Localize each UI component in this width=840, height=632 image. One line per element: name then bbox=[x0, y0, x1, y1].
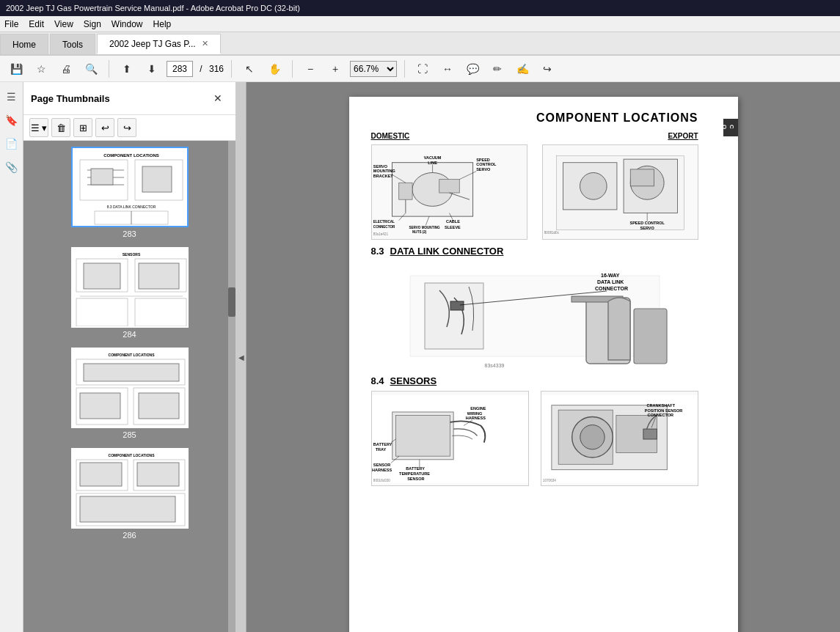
thumbnail-image-283[interactable]: COMPONENT LOCATIONS 8.3 DATA LINK CONNEC… bbox=[71, 147, 189, 227]
svg-text:BATTERY: BATTERY bbox=[406, 466, 425, 471]
section-84-heading: 8.4 SENSORS bbox=[371, 375, 716, 386]
next-page-button[interactable]: ⬇ bbox=[142, 59, 162, 79]
section-83-num: 8.3 bbox=[371, 246, 384, 257]
fit-page-button[interactable]: ⛶ bbox=[412, 59, 433, 79]
menu-help[interactable]: Help bbox=[153, 19, 172, 29]
svg-text:SLEEVE: SLEEVE bbox=[445, 225, 461, 229]
menu-file[interactable]: File bbox=[4, 19, 18, 29]
svg-text:SENSOR: SENSOR bbox=[407, 477, 424, 481]
svg-rect-110 bbox=[643, 429, 657, 439]
thumbnail-label-284: 284 bbox=[123, 330, 136, 339]
bookmark-button[interactable]: ☆ bbox=[31, 59, 51, 79]
sidebar-nav-icon[interactable]: ☰ bbox=[3, 88, 21, 106]
sidebar-scrollbar[interactable] bbox=[228, 141, 235, 632]
cursor-tool-button[interactable]: ↖ bbox=[239, 59, 260, 79]
thumbnail-image-286[interactable]: COMPONENT LOCATIONS bbox=[71, 448, 189, 529]
tab-home[interactable]: Home bbox=[0, 34, 48, 54]
domestic-label: DOMESTIC bbox=[371, 132, 410, 140]
prev-page-button[interactable]: ⬆ bbox=[117, 59, 137, 79]
thumbnail-image-284[interactable]: SENSORS bbox=[71, 247, 189, 328]
menu-view[interactable]: View bbox=[54, 19, 73, 29]
thumbnail-list[interactable]: COMPONENT LOCATIONS 8.3 DATA LINK CONNEC… bbox=[23, 141, 235, 632]
svg-text:80016c030: 80016c030 bbox=[373, 479, 390, 482]
sidebar-collapse-handle[interactable]: ◀ bbox=[236, 82, 246, 632]
menu-sign[interactable]: Sign bbox=[84, 19, 101, 29]
svg-text:CONNECTOR: CONNECTOR bbox=[595, 286, 628, 291]
highlight-button[interactable]: ✏ bbox=[487, 59, 508, 79]
bookmarks-icon[interactable]: 🔖 bbox=[3, 111, 21, 129]
scrollbar-thumb[interactable] bbox=[228, 287, 235, 317]
save-button[interactable]: 💾 bbox=[6, 59, 26, 79]
svg-text:SENSORS: SENSORS bbox=[122, 252, 140, 257]
svg-text:83s1e421: 83s1e421 bbox=[373, 232, 388, 236]
section-83-heading: 8.3 DATA LINK CONNECTOR bbox=[371, 246, 716, 257]
left-icon-panel: ☰ 🔖 📄 📎 bbox=[0, 82, 23, 632]
sensor-diagram-left: ENGINE WIRING HARNESS BATTERY TRAY BATTE… bbox=[371, 391, 529, 486]
tab-document-label: 2002 Jeep TJ Gas P... bbox=[109, 39, 196, 49]
svg-text:HARNESS: HARNESS bbox=[465, 416, 485, 420]
thumbnail-label-286: 286 bbox=[123, 531, 136, 540]
svg-text:CONNECTOR: CONNECTOR bbox=[373, 225, 395, 229]
tab-document[interactable]: 2002 Jeep TJ Gas P... ✕ bbox=[97, 34, 221, 54]
toolbar: 💾 ☆ 🖨 🔍 ⬆ ⬇ 283 / 316 ↖ ✋ − + 66.7% 50% … bbox=[0, 56, 840, 82]
thumbnail-image-285[interactable]: COMPONENT LOCATIONS bbox=[71, 348, 189, 428]
thumbnail-item-283[interactable]: COMPONENT LOCATIONS 8.3 DATA LINK CONNEC… bbox=[29, 147, 230, 238]
menu-edit[interactable]: Edit bbox=[29, 19, 44, 29]
zoom-in-button[interactable]: + bbox=[325, 59, 346, 79]
page-number-input[interactable]: 283 bbox=[167, 61, 193, 77]
component-diagrams-row: SERVO MOUNTING BRACKET VACUUM LINE SPEED… bbox=[371, 144, 698, 240]
data-link-diagram: 16-WAY DATA LINK CONNECTOR 83s4339 bbox=[381, 261, 689, 371]
sensors-diagrams-row: ENGINE WIRING HARNESS BATTERY TRAY BATTE… bbox=[371, 391, 698, 486]
svg-text:COMPONENT LOCATIONS: COMPONENT LOCATIONS bbox=[103, 153, 159, 158]
pages-icon[interactable]: 📄 bbox=[3, 135, 21, 153]
attachments-icon[interactable]: 📎 bbox=[3, 158, 21, 176]
sidebar-extract-button[interactable]: ⊞ bbox=[73, 118, 92, 137]
svg-rect-77 bbox=[450, 301, 464, 310]
tab-close-button[interactable]: ✕ bbox=[202, 39, 208, 48]
svg-text:CONNECTOR: CONNECTOR bbox=[647, 413, 673, 417]
svg-text:TRAY: TRAY bbox=[375, 447, 386, 452]
menu-window[interactable]: Window bbox=[112, 19, 143, 29]
svg-rect-16 bbox=[84, 263, 120, 289]
thumbnail-item-284[interactable]: SENSORS 284 bbox=[29, 247, 230, 339]
svg-point-109 bbox=[580, 425, 604, 449]
sidebar-close-button[interactable]: ✕ bbox=[208, 88, 228, 109]
svg-text:TEMPERATURE: TEMPERATURE bbox=[399, 471, 430, 476]
thumbnail-item-285[interactable]: COMPONENT LOCATIONS 285 bbox=[29, 348, 230, 439]
hand-tool-button[interactable]: ✋ bbox=[264, 59, 285, 79]
separator-3 bbox=[292, 60, 293, 78]
sidebar-delete-button[interactable]: 🗑 bbox=[51, 118, 70, 137]
section-84-title: SENSORS bbox=[390, 375, 437, 386]
print-button[interactable]: 🖨 bbox=[56, 59, 76, 79]
tab-tools-label: Tools bbox=[62, 40, 83, 50]
sidebar-redo-button[interactable]: ↪ bbox=[117, 118, 136, 137]
section-83-title: DATA LINK CONNECTOR bbox=[390, 246, 504, 257]
sidebar-undo-button[interactable]: ↩ bbox=[95, 118, 114, 137]
fit-width-button[interactable]: ↔ bbox=[437, 59, 458, 79]
page-total: 316 bbox=[209, 64, 224, 74]
svg-text:80081d0c: 80081d0c bbox=[544, 231, 559, 235]
svg-text:83s4339: 83s4339 bbox=[484, 363, 504, 368]
pdf-page: COMPONENTLOCATIONS COMPONENT LOCATIONS D… bbox=[349, 97, 738, 632]
share-button[interactable]: ↪ bbox=[537, 59, 558, 79]
zoom-out-button[interactable]: − bbox=[300, 59, 321, 79]
svg-text:SERVO: SERVO bbox=[640, 226, 654, 230]
sign-button[interactable]: ✍ bbox=[512, 59, 533, 79]
svg-text:SERVO: SERVO bbox=[476, 167, 491, 172]
comment-button[interactable]: 💬 bbox=[462, 59, 483, 79]
tab-home-label: Home bbox=[12, 40, 36, 50]
svg-text:8.3  DATA LINK CONNECTOR: 8.3 DATA LINK CONNECTOR bbox=[106, 205, 156, 209]
pdf-main-title: COMPONENT LOCATIONS bbox=[371, 111, 698, 125]
export-diagram: SPEED CONTROL SERVO 80081d0c bbox=[542, 144, 698, 240]
tab-tools[interactable]: Tools bbox=[50, 34, 95, 54]
svg-text:MOUNTING: MOUNTING bbox=[373, 169, 395, 173]
thumbnail-item-286[interactable]: COMPONENT LOCATIONS 286 bbox=[29, 448, 230, 540]
svg-rect-69 bbox=[630, 169, 654, 186]
svg-text:SPEED CONTROL: SPEED CONTROL bbox=[629, 221, 665, 225]
sidebar-menu-button[interactable]: ☰ ▾ bbox=[29, 118, 48, 137]
svg-text:16-WAY: 16-WAY bbox=[601, 273, 620, 278]
svg-text:BRACKET: BRACKET bbox=[373, 174, 393, 178]
sidebar: Page Thumbnails ✕ ☰ ▾ 🗑 ⊞ ↩ ↪ COMPONENT … bbox=[23, 82, 236, 632]
reduce-view-button[interactable]: 🔍 bbox=[81, 59, 101, 79]
zoom-select[interactable]: 66.7% 50% 75% 100% 125% 150% bbox=[350, 61, 397, 77]
